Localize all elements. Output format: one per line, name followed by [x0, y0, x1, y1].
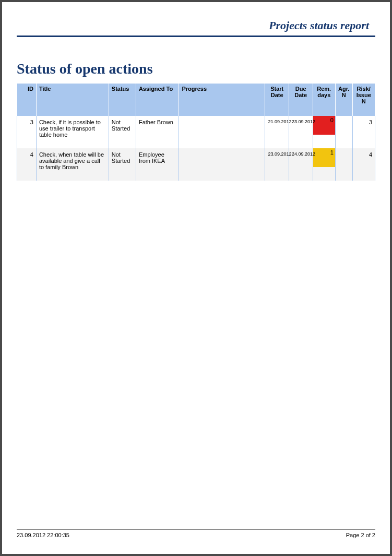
- col-start: Start Date: [265, 84, 289, 116]
- cell-progress: [179, 148, 265, 181]
- cell-agr: [335, 116, 352, 148]
- cell-due: 24.09.2012: [289, 148, 313, 181]
- cell-risk: 3: [352, 116, 375, 148]
- col-title: Title: [36, 84, 109, 116]
- cell-id: 3: [17, 116, 37, 148]
- cell-progress: [179, 116, 265, 148]
- cell-start: 23.09.2012: [265, 148, 289, 181]
- actions-table: ID Title Status Assigned To Progress Sta…: [17, 84, 375, 181]
- cell-rem: 1: [313, 148, 335, 181]
- document-page: Projects status report Status of open ac…: [0, 0, 392, 556]
- cell-agr: [335, 148, 352, 181]
- section-heading: Status of open actions: [17, 61, 375, 77]
- table-row: 4 Check, when table will be available an…: [17, 148, 375, 181]
- cell-risk: 4: [352, 148, 375, 181]
- report-title: Projects status report: [269, 19, 375, 32]
- cell-id: 4: [17, 148, 37, 181]
- cell-start: 21.09.2012: [265, 116, 289, 148]
- cell-rem: 0: [313, 116, 335, 148]
- col-risk: Risk/ Issue N: [352, 84, 375, 116]
- col-agr: Agr. N: [335, 84, 352, 116]
- col-assigned: Assigned To: [136, 84, 179, 116]
- page-content: Projects status report Status of open ac…: [17, 15, 375, 538]
- cell-title: Check, when table will be available and …: [36, 148, 109, 181]
- col-due: Due Date: [289, 84, 313, 116]
- page-footer: 23.09.2012 22:00:35 Page 2 of 2: [17, 529, 375, 538]
- table-row: 3 Check, if it is possible to use traile…: [17, 116, 375, 148]
- col-rem: Rem. days: [313, 84, 335, 116]
- rem-days-badge: 0: [313, 116, 335, 135]
- table-header-row: ID Title Status Assigned To Progress Sta…: [17, 84, 375, 116]
- footer-timestamp: 23.09.2012 22:00:35: [17, 532, 69, 538]
- footer-page: Page 2 of 2: [346, 532, 375, 538]
- rem-days-badge: 1: [313, 148, 335, 167]
- cell-status: Not Started: [109, 148, 136, 181]
- cell-assigned: Father Brown: [136, 116, 179, 148]
- cell-due: 23.09.2012: [289, 116, 313, 148]
- cell-status: Not Started: [109, 116, 136, 148]
- col-status: Status: [109, 84, 136, 116]
- cell-title: Check, if it is possible to use trailer …: [36, 116, 109, 148]
- col-progress: Progress: [179, 84, 265, 116]
- col-id: ID: [17, 84, 37, 116]
- cell-assigned: Employee from IKEA: [136, 148, 179, 181]
- page-header: Projects status report: [17, 19, 375, 37]
